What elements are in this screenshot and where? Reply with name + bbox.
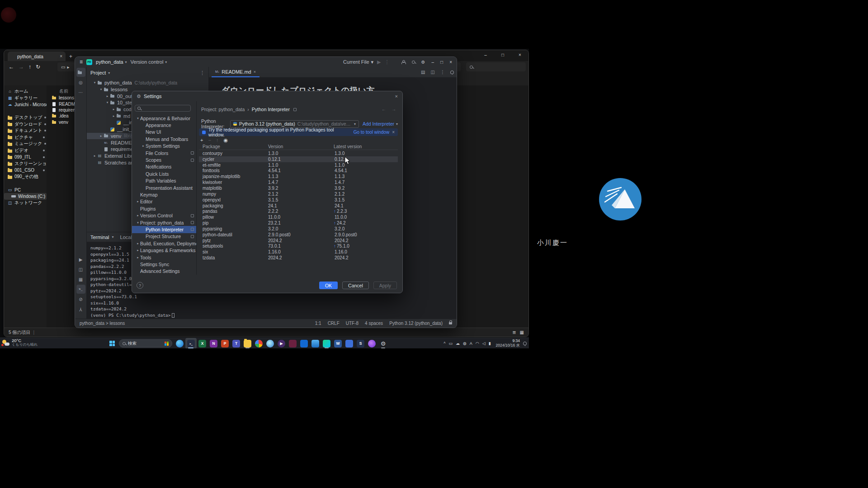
sidebar-item[interactable]: デスクトップ <box>4 114 47 121</box>
settings-tree-item[interactable]: New UI <box>132 129 196 136</box>
notifications-icon[interactable] <box>450 70 454 74</box>
package-row[interactable]: openpyxl 3.1.5 3.1.5 <box>199 197 398 203</box>
close-button[interactable]: × <box>449 60 452 65</box>
new-tab-button[interactable]: + <box>69 52 72 61</box>
tray-icon[interactable]: ^ <box>443 341 445 346</box>
back-icon[interactable]: ← <box>9 64 14 70</box>
taskbar-search-input[interactable]: 検索 <box>119 339 172 347</box>
apply-button[interactable]: Apply <box>373 282 397 289</box>
taskbar-app[interactable]: ▶ <box>276 338 287 348</box>
services-tool-icon[interactable]: ◫ <box>76 265 85 274</box>
interpreter-dropdown[interactable]: Python 3.12 (python_data) C:\study\pytho… <box>230 120 359 128</box>
run-tool-icon[interactable]: ▶ <box>76 255 85 264</box>
tab-close-icon[interactable]: × <box>254 70 256 74</box>
column-latest[interactable]: Latest version <box>334 144 398 150</box>
minimize-button[interactable]: – <box>477 50 494 61</box>
taskbar-app[interactable] <box>287 338 298 348</box>
settings-tree-item[interactable]: ▾ Project: python_data <box>132 219 196 226</box>
taskbar-app[interactable] <box>366 338 377 348</box>
status-widget[interactable]: 1:1 <box>315 321 321 326</box>
sidebar-item[interactable]: ミュージック <box>4 141 47 147</box>
settings-tree-item[interactable]: ▸ Languages & Frameworks <box>132 247 196 253</box>
package-row[interactable]: matplotlib 3.9.2 3.9.2 <box>199 185 398 191</box>
maximize-button[interactable]: □ <box>440 60 443 65</box>
tray-icon[interactable]: ☁ <box>456 341 460 346</box>
refresh-icon[interactable]: ↻ <box>36 64 40 70</box>
status-path[interactable]: python_data > lessons <box>80 321 125 326</box>
upgrade-package-icon[interactable]: ↑ <box>216 137 219 143</box>
minimize-button[interactable]: – <box>432 60 434 65</box>
taskbar-app[interactable]: ⚙ <box>377 338 389 348</box>
start-button[interactable] <box>107 338 117 348</box>
back-icon[interactable]: ← <box>382 107 386 112</box>
python-packages-tool-icon[interactable]: ▦ <box>76 275 85 284</box>
run-config-selector[interactable]: Current File ▾ <box>343 59 373 65</box>
settings-tree-item[interactable]: ▸ Build, Execution, Deployment <box>132 240 196 247</box>
settings-tree-item[interactable]: Project Structure <box>132 233 196 240</box>
settings-tree-item[interactable]: Settings Sync <box>132 261 196 267</box>
package-row[interactable]: pandas 2.2.2 ↑2.2.3 <box>199 208 398 214</box>
sidebar-item[interactable]: 090_その他 <box>4 174 47 180</box>
package-row[interactable]: six 1.16.0 1.16.0 <box>199 249 398 255</box>
package-row[interactable]: numpy 2.1.2 2.1.2 <box>199 191 398 197</box>
cancel-button[interactable]: Cancel <box>342 282 369 289</box>
commit-tool-icon[interactable]: ◎ <box>76 78 85 87</box>
grid-view-icon[interactable]: ▦ <box>520 330 524 335</box>
project-tool-icon[interactable] <box>76 68 85 77</box>
settings-tree-item[interactable]: ▸ Version Control <box>132 212 196 219</box>
banner-close-icon[interactable]: × <box>392 130 395 135</box>
sidebar-item[interactable]: PC <box>4 187 47 193</box>
package-row[interactable]: cycler 0.12.1 0.12.1 <box>199 156 398 162</box>
taskbar-app[interactable]: T <box>231 338 242 348</box>
taskbar-app[interactable] <box>264 338 276 348</box>
sidebar-item[interactable]: Windows (C:) <box>4 193 47 200</box>
sidebar-item[interactable]: ドキュメント <box>4 127 47 134</box>
status-widget[interactable]: UTF-8 <box>346 321 359 326</box>
layout-icon[interactable]: ▤ <box>421 70 425 75</box>
run-icon[interactable]: ▶ <box>377 59 381 65</box>
sidebar-item[interactable]: ピクチャ <box>4 134 47 141</box>
package-row[interactable]: packaging 24.1 24.1 <box>199 203 398 209</box>
taskbar-app[interactable]: W <box>332 338 344 348</box>
package-row[interactable]: pytz 2024.2 2024.2 <box>199 238 398 244</box>
vcs-widget[interactable]: Version control ▾ <box>131 59 167 65</box>
project-tree-item[interactable]: ▾ python_data C:\study\python_data <box>87 80 208 86</box>
help-icon[interactable]: ? <box>137 282 143 289</box>
package-row[interactable]: pillow 11.0.0 11.0.0 <box>199 214 398 220</box>
sidebar-item[interactable]: ネットワーク <box>4 200 47 206</box>
close-button[interactable]: × <box>511 50 528 61</box>
taskbar-app[interactable]: S <box>355 338 366 348</box>
settings-tree-item[interactable]: ▸ System Settings <box>132 143 196 150</box>
settings-tree-item[interactable]: Presentation Assistant <box>132 184 196 191</box>
show-early-releases-icon[interactable]: ◉ <box>223 137 228 143</box>
sidebar-item[interactable]: 001_CSO <box>4 167 47 174</box>
settings-tree-item[interactable]: Keymap <box>132 191 196 198</box>
main-menu-icon[interactable]: ≡ <box>80 59 83 65</box>
taskbar-app[interactable] <box>242 338 253 348</box>
forward-icon[interactable]: → <box>19 64 24 70</box>
tray-icon[interactable]: A <box>470 341 472 346</box>
tab-close-icon[interactable]: × <box>60 54 62 59</box>
list-view-icon[interactable]: ≣ <box>512 330 516 335</box>
taskbar-app[interactable]: >_ <box>185 338 197 348</box>
taskbar-app[interactable]: P <box>219 338 231 348</box>
tray-icon[interactable]: ◠ <box>476 341 479 346</box>
settings-tree-item[interactable]: File Colors <box>132 150 196 156</box>
terminal-tab-local[interactable]: Local <box>120 235 132 240</box>
problems-tool-icon[interactable]: ⊘ <box>76 295 85 304</box>
settings-tree-item[interactable]: Advanced Settings <box>132 268 196 275</box>
git-tool-icon[interactable]: Y <box>76 305 85 314</box>
sidebar-item[interactable]: Junichi - Microsoft <box>4 101 47 108</box>
settings-tree-item[interactable]: Quick Lists <box>132 170 196 177</box>
taskbar-app[interactable] <box>344 338 355 348</box>
more-tools-icon[interactable]: ⋯ <box>76 88 85 97</box>
taskbar-app[interactable] <box>321 338 332 348</box>
status-widget[interactable]: Python 3.12 (python_data) <box>389 321 443 326</box>
column-version[interactable]: Version <box>268 144 334 150</box>
settings-tree-item[interactable]: Notifications <box>132 164 196 170</box>
more-icon[interactable]: ⋮ <box>440 70 445 75</box>
more-actions-icon[interactable]: ⋮ <box>385 59 390 65</box>
taskbar-app[interactable] <box>253 338 264 348</box>
sidebar-item[interactable]: スクリーンショット <box>4 160 47 167</box>
settings-tree-item[interactable]: ▸ Tools <box>132 254 196 261</box>
